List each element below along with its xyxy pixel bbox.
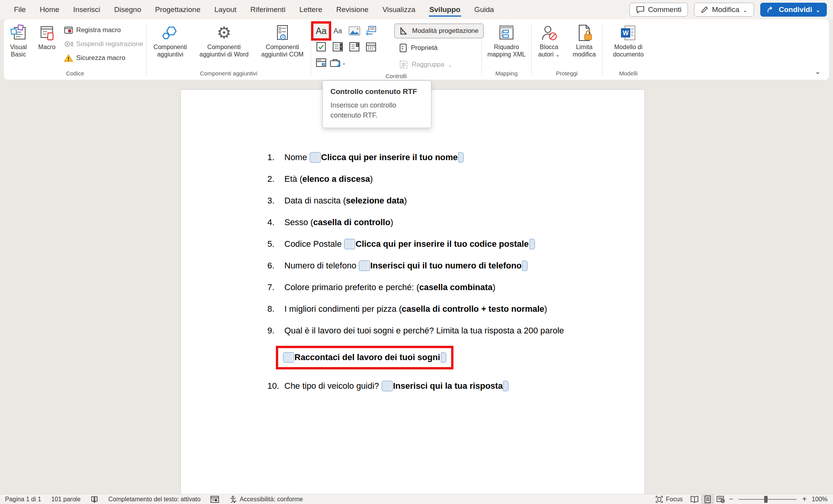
design-mode-button[interactable]: Modalità progettazione	[394, 24, 484, 38]
zoom-in-button[interactable]: +	[801, 495, 808, 504]
group-label-codice: Codice	[4, 69, 146, 80]
zoom-slider[interactable]	[739, 499, 797, 500]
zoom-slider-handle[interactable]	[764, 496, 768, 503]
text-completion-status[interactable]: Completamento del testo: attivato	[103, 494, 205, 504]
combo-box-control-button[interactable]	[330, 39, 346, 54]
macro-status-icon	[210, 496, 219, 503]
status-bar-right: Focus − + 100%	[650, 494, 833, 504]
word-addins-button[interactable]: ⚙ Componenti aggiuntivi di Word	[193, 22, 255, 60]
plain-text: Numero di telefono	[284, 261, 359, 270]
macro-security-label: Sicurezza macro	[76, 54, 125, 62]
menu-tab-riferimenti[interactable]: Riferimenti	[245, 2, 291, 17]
share-button[interactable]: Condividi ⌄	[760, 3, 827, 17]
zoom-level[interactable]: 100%	[808, 496, 833, 503]
restrict-editing-button[interactable]: Limita modifica	[567, 22, 602, 60]
tooltip-body: Inserisce un controllo contenuto RTF.	[330, 100, 423, 120]
macro-button[interactable]: Macro	[34, 22, 60, 53]
group-button: Raggruppa ⌄	[394, 58, 484, 72]
zoom-out-button[interactable]: −	[727, 495, 735, 504]
visual-basic-label: Visual Basic	[6, 43, 31, 58]
focus-mode-button[interactable]: Focus	[650, 494, 688, 504]
print-layout-button[interactable]	[701, 494, 714, 504]
menu-tab-file[interactable]: File	[9, 2, 31, 17]
date-picker-control-button[interactable]	[363, 39, 379, 54]
accessibility-status[interactable]: Accessibilità: conforme	[224, 494, 308, 504]
comments-button[interactable]: Commenti	[629, 3, 688, 17]
content-control[interactable]: Clicca qui per inserire il tuo codice po…	[344, 239, 535, 249]
word-count-status[interactable]: 101 parole	[46, 494, 86, 504]
list-item-extra: Raccontaci del lavoro dei tuoi sogni	[276, 346, 645, 369]
menu-tab-revisione[interactable]: Revisione	[331, 2, 374, 17]
menu-tab-disegno[interactable]: Disegno	[109, 2, 147, 17]
menu-tab-progettazione[interactable]: Progettazione	[150, 2, 206, 17]
group-label-proteggi: Proteggi	[532, 69, 602, 80]
xml-mapping-button[interactable]: Riquadro mapping XML	[482, 22, 530, 60]
dropdown-list-control-button[interactable]	[347, 39, 362, 54]
chevron-down-icon: ⌄	[816, 7, 820, 13]
rich-text-control-button[interactable]: Aa	[313, 24, 329, 38]
macro-recording-status-button[interactable]	[205, 494, 224, 504]
document-template-button[interactable]: W Modello di documento	[607, 22, 650, 60]
ribbon-group-mapping: Riquadro mapping XML Mapping	[482, 19, 531, 80]
list-item: 5.Codice Postale Clicca qui per inserire…	[267, 237, 645, 250]
content-control[interactable]: Inserisci qui la tua risposta	[381, 381, 509, 391]
menu-tab-home[interactable]: Home	[34, 2, 65, 17]
content-control-placeholder: Raccontaci del lavoro dei tuoi sogni	[294, 352, 440, 362]
page-count-status[interactable]: Pagina 1 di 1	[0, 494, 46, 504]
addins-button[interactable]: Componenti aggiuntivi	[148, 22, 193, 60]
web-layout-icon	[717, 495, 725, 503]
com-addins-button[interactable]: ⚙ Componenti aggiuntivi COM	[255, 22, 310, 60]
item-text: Codice Postale Clicca qui per inserire i…	[284, 237, 535, 250]
content-control[interactable]: Raccontaci del lavoro dei tuoi sogni	[283, 352, 446, 362]
repeating-section-control-button[interactable]	[313, 55, 329, 70]
editing-mode-button[interactable]: Modifica ⌄	[694, 3, 754, 17]
ribbon-group-proteggi: Blocca autori ⌄ Limita modifica Proteggi	[532, 19, 602, 80]
block-authors-icon	[540, 24, 558, 42]
menu-tab-inserisci[interactable]: Inserisci	[68, 2, 106, 17]
ribbon-group-controlli: Aa Aa	[311, 19, 481, 80]
plain-text-control-button[interactable]: Aa	[330, 24, 346, 38]
item-text: Che tipo di veicolo guidi? Inserisci qui…	[284, 379, 509, 392]
menu-tab-lettere[interactable]: Lettere	[294, 2, 328, 17]
legacy-tools-button[interactable]: ⌄	[330, 55, 346, 70]
bold-text: casella di controllo + testo normale	[402, 304, 544, 314]
record-macro-button[interactable]: Registra macro	[61, 24, 146, 36]
picture-control-button[interactable]	[347, 24, 362, 38]
calendar-icon	[366, 42, 376, 52]
menu-tab-guida[interactable]: Guida	[469, 2, 499, 17]
item-number: 3.	[267, 194, 284, 207]
list-item: 2.Età (elenco a discesa)	[267, 173, 645, 185]
content-control[interactable]: Inserisci qui il tuo numero di telefono	[359, 261, 528, 270]
accessibility-icon	[229, 495, 237, 503]
collapse-ribbon-icon[interactable]: ⌄	[815, 67, 821, 76]
visual-basic-icon	[10, 24, 27, 42]
ribbon: Visual Basic Macro Registra macro Sospen…	[4, 19, 829, 80]
group-label-modelli: Modelli	[602, 69, 654, 80]
macro-security-button[interactable]: Sicurezza macro	[61, 52, 146, 64]
item-text: Numero di telefono Inserisci qui il tuo …	[284, 259, 528, 272]
read-mode-button[interactable]	[688, 494, 701, 504]
pause-recording-icon	[64, 40, 73, 48]
checkbox-control-button[interactable]	[313, 39, 329, 54]
content-control[interactable]: Clicca qui per inserire il tuo nome	[310, 152, 464, 162]
menu-tab-sviluppo[interactable]: Sviluppo	[424, 2, 466, 17]
building-block-gallery-control-button[interactable]	[363, 24, 379, 38]
plain-text: )	[370, 174, 373, 184]
design-mode-label: Modalità progettazione	[412, 27, 479, 35]
properties-button[interactable]: Proprietà	[394, 41, 484, 55]
item-number: 6.	[267, 259, 284, 272]
content-control-end-icon	[529, 239, 535, 249]
menu-tab-visualizza[interactable]: Visualizza	[377, 2, 421, 17]
content-control-start-icon	[310, 152, 321, 163]
item-text: Età (elenco a discesa)	[284, 173, 373, 185]
list-item: 3.Data di nascita (selezione data)	[267, 194, 645, 207]
menu-tab-layout[interactable]: Layout	[209, 2, 242, 17]
item-text: Colore primario preferito e perché: (cas…	[284, 281, 495, 294]
proofing-status-button[interactable]	[86, 494, 103, 504]
plain-text: )	[404, 196, 407, 205]
visual-basic-button[interactable]: Visual Basic	[4, 22, 33, 60]
list-item: 7.Colore primario preferito e perché: (c…	[267, 281, 645, 294]
web-layout-button[interactable]	[714, 494, 727, 504]
bold-text: casella di controllo	[313, 217, 390, 227]
block-authors-button[interactable]: Blocca autori ⌄	[532, 22, 566, 60]
